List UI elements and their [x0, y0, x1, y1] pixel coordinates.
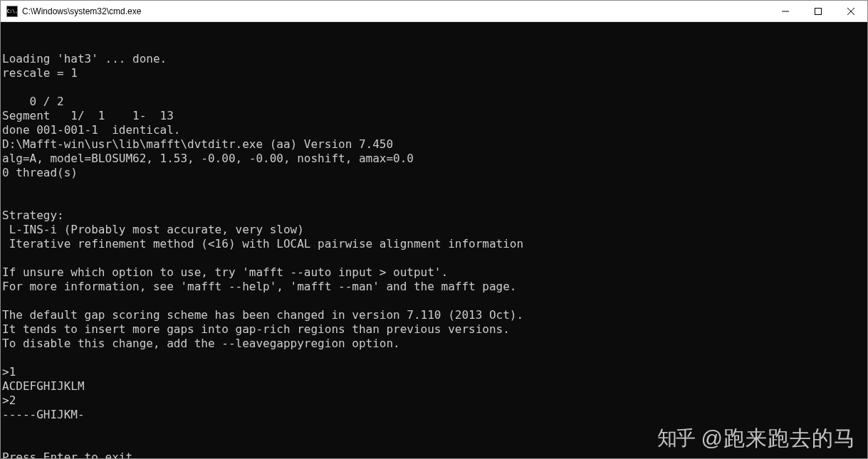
- minimize-button[interactable]: [769, 1, 802, 21]
- prompt-text: Press Enter to exit.: [2, 450, 140, 458]
- terminal-line: rescale = 1: [2, 66, 866, 80]
- terminal-line: D:\Mafft-win\usr\lib\mafft\dvtditr.exe (…: [2, 137, 866, 152]
- terminal-line: 0 / 2: [2, 95, 866, 109]
- terminal-output: Loading 'hat3' ... done.rescale = 1 0 / …: [2, 52, 866, 422]
- terminal-line: [2, 194, 866, 209]
- terminal-area[interactable]: Loading 'hat3' ... done.rescale = 1 0 / …: [1, 22, 867, 458]
- watermark: 知乎 @跑来跑去的马: [657, 431, 856, 445]
- cmd-window: C:\. C:\Windows\system32\cmd.exe Loading…: [0, 0, 868, 459]
- terminal-line: 0 thread(s): [2, 166, 866, 180]
- terminal-line: It tends to insert more gaps into gap-ri…: [2, 322, 866, 337]
- terminal-line: Strategy:: [2, 209, 866, 223]
- titlebar[interactable]: C:\. C:\Windows\system32\cmd.exe: [1, 1, 867, 22]
- terminal-line: L-INS-i (Probably most accurate, very sl…: [2, 223, 866, 237]
- terminal-line: Loading 'hat3' ... done.: [2, 52, 866, 66]
- terminal-prompt-line: Press Enter to exit.: [2, 450, 866, 458]
- terminal-line: alg=A, model=BLOSUM62, 1.53, -0.00, -0.0…: [2, 152, 866, 166]
- terminal-line: ACDEFGHIJKLM: [2, 379, 866, 394]
- terminal-line: >2: [2, 394, 866, 408]
- terminal-line: [2, 294, 866, 308]
- window-title: C:\Windows\system32\cmd.exe: [22, 6, 769, 16]
- terminal-line: [2, 80, 866, 95]
- close-button[interactable]: [835, 1, 867, 21]
- svg-rect-1: [815, 8, 822, 14]
- window-controls: [769, 1, 867, 21]
- terminal-line: -----GHIJKM-: [2, 408, 866, 422]
- terminal-line: For more information, see 'mafft --help'…: [2, 280, 866, 294]
- watermark-logo: 知乎: [657, 431, 694, 445]
- watermark-text: @跑来跑去的马: [701, 431, 856, 445]
- terminal-line: The default gap scoring scheme has been …: [2, 308, 866, 322]
- terminal-line: If unsure which option to use, try 'maff…: [2, 265, 866, 280]
- terminal-line: [2, 180, 866, 194]
- maximize-button[interactable]: [802, 1, 835, 21]
- terminal-line: Segment 1/ 1 1- 13: [2, 109, 866, 123]
- cmd-icon: C:\.: [6, 6, 18, 17]
- terminal-line: [2, 351, 866, 365]
- terminal-line: Iterative refinement method (<16) with L…: [2, 237, 866, 251]
- terminal-line: done 001-001-1 identical.: [2, 123, 866, 137]
- terminal-line: [2, 251, 866, 265]
- terminal-line: >1: [2, 365, 866, 379]
- terminal-line: To disable this change, add the --leaveg…: [2, 337, 866, 351]
